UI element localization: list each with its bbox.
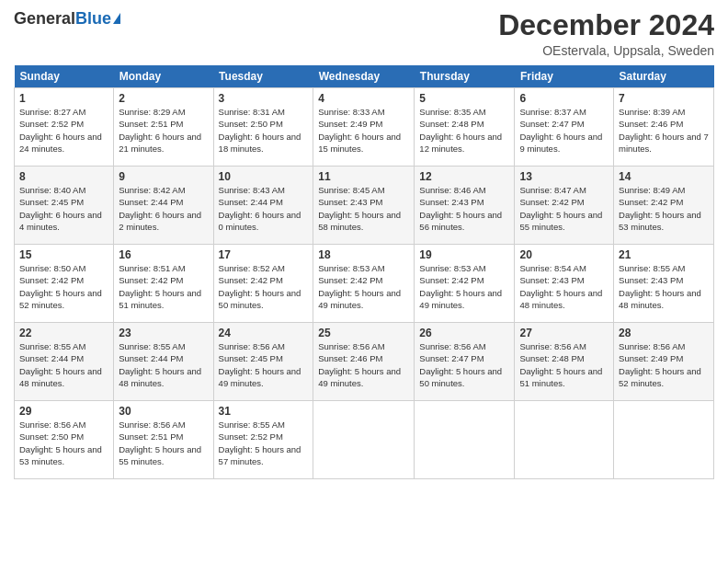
day-number: 1 — [19, 92, 108, 105]
day-number: 24 — [219, 327, 309, 339]
day-info: Sunrise: 8:40 AMSunset: 2:45 PMDaylight:… — [19, 185, 102, 232]
day-number: 19 — [419, 248, 509, 261]
day-info: Sunrise: 8:56 AMSunset: 2:51 PMDaylight:… — [119, 419, 201, 466]
table-row: 12 Sunrise: 8:46 AMSunset: 2:43 PMDaylig… — [415, 167, 515, 245]
col-sunday: Sunday — [15, 65, 114, 88]
table-row: 13 Sunrise: 8:47 AMSunset: 2:42 PMDaylig… — [515, 167, 614, 245]
table-row: 4 Sunrise: 8:33 AMSunset: 2:49 PMDayligh… — [313, 88, 415, 167]
day-number: 12 — [419, 170, 509, 183]
calendar-week-row: 29 Sunrise: 8:56 AMSunset: 2:50 PMDaylig… — [15, 401, 714, 479]
day-info: Sunrise: 8:53 AMSunset: 2:42 PMDaylight:… — [318, 263, 401, 310]
table-row: 11 Sunrise: 8:45 AMSunset: 2:43 PMDaylig… — [313, 167, 415, 245]
logo-icon — [113, 13, 120, 24]
day-number: 27 — [519, 327, 609, 339]
day-info: Sunrise: 8:46 AMSunset: 2:43 PMDaylight:… — [419, 185, 502, 232]
table-row: 22 Sunrise: 8:55 AMSunset: 2:44 PMDaylig… — [15, 323, 114, 401]
day-number: 25 — [318, 327, 409, 339]
day-info: Sunrise: 8:35 AMSunset: 2:48 PMDaylight:… — [419, 107, 502, 154]
header: General Blue December 2024 OEstervala, U… — [14, 9, 714, 58]
table-row: 9 Sunrise: 8:42 AMSunset: 2:44 PMDayligh… — [114, 167, 213, 245]
day-info: Sunrise: 8:42 AMSunset: 2:44 PMDaylight:… — [119, 185, 201, 232]
calendar-table: Sunday Monday Tuesday Wednesday Thursday… — [14, 65, 714, 479]
day-number: 20 — [519, 248, 609, 261]
day-info: Sunrise: 8:43 AMSunset: 2:44 PMDaylight:… — [219, 185, 301, 232]
day-info: Sunrise: 8:29 AMSunset: 2:51 PMDaylight:… — [119, 107, 201, 154]
logo: General Blue — [14, 9, 120, 29]
day-number: 7 — [619, 92, 709, 105]
day-info: Sunrise: 8:56 AMSunset: 2:45 PMDaylight:… — [219, 341, 301, 388]
col-tuesday: Tuesday — [213, 65, 313, 88]
table-row: 19 Sunrise: 8:53 AMSunset: 2:42 PMDaylig… — [415, 245, 515, 323]
col-wednesday: Wednesday — [313, 65, 415, 88]
day-number: 31 — [219, 405, 309, 418]
table-row: 2 Sunrise: 8:29 AMSunset: 2:51 PMDayligh… — [114, 88, 213, 167]
table-row: 17 Sunrise: 8:52 AMSunset: 2:42 PMDaylig… — [213, 245, 313, 323]
calendar-week-row: 22 Sunrise: 8:55 AMSunset: 2:44 PMDaylig… — [15, 323, 714, 401]
day-info: Sunrise: 8:39 AMSunset: 2:46 PMDaylight:… — [619, 107, 709, 154]
day-number: 29 — [19, 405, 108, 418]
day-number: 26 — [419, 327, 509, 339]
table-row: 16 Sunrise: 8:51 AMSunset: 2:42 PMDaylig… — [114, 245, 213, 323]
day-number: 15 — [19, 248, 108, 261]
day-number: 18 — [318, 248, 409, 261]
day-info: Sunrise: 8:51 AMSunset: 2:42 PMDaylight:… — [119, 263, 201, 310]
day-number: 5 — [419, 92, 509, 105]
table-row: 1 Sunrise: 8:27 AMSunset: 2:52 PMDayligh… — [15, 88, 114, 167]
day-number: 30 — [119, 405, 208, 418]
day-info: Sunrise: 8:49 AMSunset: 2:42 PMDaylight:… — [619, 185, 701, 232]
day-number: 3 — [219, 92, 309, 105]
day-number: 22 — [19, 327, 108, 339]
table-row: 25 Sunrise: 8:56 AMSunset: 2:46 PMDaylig… — [313, 323, 415, 401]
table-row: 28 Sunrise: 8:56 AMSunset: 2:49 PMDaylig… — [614, 323, 714, 401]
page-container: General Blue December 2024 OEstervala, U… — [0, 0, 728, 488]
day-number: 23 — [119, 327, 208, 339]
table-row: 8 Sunrise: 8:40 AMSunset: 2:45 PMDayligh… — [15, 167, 114, 245]
calendar-week-row: 8 Sunrise: 8:40 AMSunset: 2:45 PMDayligh… — [15, 167, 714, 245]
calendar-header-row: Sunday Monday Tuesday Wednesday Thursday… — [15, 65, 714, 88]
location: OEstervala, Uppsala, Sweden — [498, 43, 714, 58]
day-info: Sunrise: 8:53 AMSunset: 2:42 PMDaylight:… — [419, 263, 502, 310]
day-info: Sunrise: 8:50 AMSunset: 2:42 PMDaylight:… — [19, 263, 102, 310]
day-number: 17 — [219, 248, 309, 261]
day-info: Sunrise: 8:33 AMSunset: 2:49 PMDaylight:… — [318, 107, 401, 154]
col-friday: Friday — [515, 65, 614, 88]
day-info: Sunrise: 8:54 AMSunset: 2:43 PMDaylight:… — [519, 263, 602, 310]
col-monday: Monday — [114, 65, 213, 88]
day-info: Sunrise: 8:55 AMSunset: 2:52 PMDaylight:… — [219, 419, 301, 466]
table-row: 24 Sunrise: 8:56 AMSunset: 2:45 PMDaylig… — [213, 323, 313, 401]
table-row: 31 Sunrise: 8:55 AMSunset: 2:52 PMDaylig… — [213, 401, 313, 479]
table-row: 15 Sunrise: 8:50 AMSunset: 2:42 PMDaylig… — [15, 245, 114, 323]
day-number: 28 — [619, 327, 709, 339]
day-info: Sunrise: 8:55 AMSunset: 2:43 PMDaylight:… — [619, 263, 701, 310]
day-number: 4 — [318, 92, 409, 105]
day-info: Sunrise: 8:55 AMSunset: 2:44 PMDaylight:… — [19, 341, 102, 388]
day-info: Sunrise: 8:56 AMSunset: 2:47 PMDaylight:… — [419, 341, 502, 388]
day-number: 16 — [119, 248, 208, 261]
day-number: 9 — [119, 170, 208, 183]
table-row: 27 Sunrise: 8:56 AMSunset: 2:48 PMDaylig… — [515, 323, 614, 401]
col-thursday: Thursday — [415, 65, 515, 88]
logo-general-text: General — [14, 9, 75, 29]
table-row — [515, 401, 614, 479]
day-number: 21 — [619, 248, 709, 261]
table-row: 7 Sunrise: 8:39 AMSunset: 2:46 PMDayligh… — [614, 88, 714, 167]
table-row: 29 Sunrise: 8:56 AMSunset: 2:50 PMDaylig… — [15, 401, 114, 479]
day-number: 2 — [119, 92, 208, 105]
day-info: Sunrise: 8:56 AMSunset: 2:50 PMDaylight:… — [19, 419, 102, 466]
day-info: Sunrise: 8:56 AMSunset: 2:46 PMDaylight:… — [318, 341, 401, 388]
table-row: 26 Sunrise: 8:56 AMSunset: 2:47 PMDaylig… — [415, 323, 515, 401]
day-number: 10 — [219, 170, 309, 183]
table-row: 5 Sunrise: 8:35 AMSunset: 2:48 PMDayligh… — [415, 88, 515, 167]
table-row: 10 Sunrise: 8:43 AMSunset: 2:44 PMDaylig… — [213, 167, 313, 245]
table-row — [415, 401, 515, 479]
table-row — [313, 401, 415, 479]
table-row: 23 Sunrise: 8:55 AMSunset: 2:44 PMDaylig… — [114, 323, 213, 401]
day-info: Sunrise: 8:27 AMSunset: 2:52 PMDaylight:… — [19, 107, 102, 154]
day-info: Sunrise: 8:47 AMSunset: 2:42 PMDaylight:… — [519, 185, 602, 232]
calendar-week-row: 1 Sunrise: 8:27 AMSunset: 2:52 PMDayligh… — [15, 88, 714, 167]
day-number: 13 — [519, 170, 609, 183]
table-row: 21 Sunrise: 8:55 AMSunset: 2:43 PMDaylig… — [614, 245, 714, 323]
table-row: 18 Sunrise: 8:53 AMSunset: 2:42 PMDaylig… — [313, 245, 415, 323]
table-row — [614, 401, 714, 479]
table-row: 6 Sunrise: 8:37 AMSunset: 2:47 PMDayligh… — [515, 88, 614, 167]
